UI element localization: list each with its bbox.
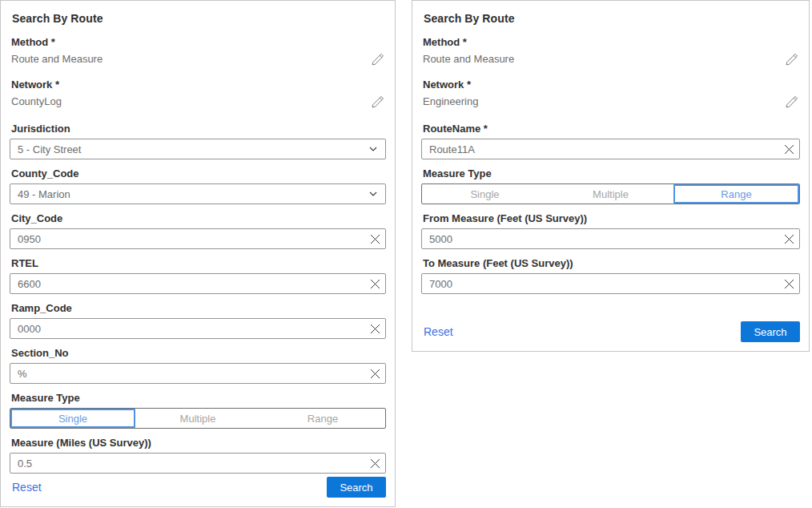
search-by-route-panel-left: Search By Route Method * Route and Measu… xyxy=(0,0,396,507)
to-measure-field: To Measure (Feet (US Survey)) xyxy=(421,257,800,294)
county-code-selected-value: 49 - Marion xyxy=(18,188,70,200)
section-no-input[interactable] xyxy=(10,364,364,383)
pencil-edit-icon xyxy=(371,95,385,109)
panel-title: Search By Route xyxy=(10,12,386,25)
measure-type-field: Measure Type Single Multiple Range xyxy=(10,392,386,429)
clear-to-measure-button[interactable] xyxy=(778,274,799,293)
clear-section-no-button[interactable] xyxy=(364,364,385,383)
measure-type-option-range[interactable]: Range xyxy=(673,184,799,204)
rtel-label: RTEL xyxy=(10,257,386,269)
jurisdiction-label: Jurisdiction xyxy=(10,123,386,135)
county-code-field: County_Code 49 - Marion xyxy=(10,167,386,204)
jurisdiction-field: Jurisdiction 5 - City Street xyxy=(10,123,386,159)
method-label: Method * xyxy=(421,36,800,48)
panel-footer: Reset Search xyxy=(421,321,800,342)
panel-title: Search By Route xyxy=(421,12,800,25)
clear-x-icon xyxy=(370,369,380,379)
to-measure-input[interactable] xyxy=(422,274,778,293)
clear-x-icon xyxy=(784,234,794,244)
search-button[interactable]: Search xyxy=(327,477,386,498)
route-name-field: RouteName * xyxy=(421,123,800,159)
panel-footer: Reset Search xyxy=(10,477,386,498)
edit-method-button[interactable] xyxy=(370,51,386,67)
reset-link[interactable]: Reset xyxy=(424,325,453,338)
clear-route-name-button[interactable] xyxy=(778,139,799,159)
network-label: Network * xyxy=(421,79,800,91)
measure-type-option-range[interactable]: Range xyxy=(260,409,385,428)
clear-from-measure-button[interactable] xyxy=(778,229,799,248)
method-field: Method * Route and Measure xyxy=(10,36,386,67)
edit-method-button[interactable] xyxy=(784,51,800,67)
network-field: Network * Engineering xyxy=(421,79,800,110)
section-no-label: Section_No xyxy=(10,347,386,359)
clear-ramp-code-button[interactable] xyxy=(364,319,385,338)
from-measure-field: From Measure (Feet (US Survey)) xyxy=(421,212,800,249)
network-field: Network * CountyLog xyxy=(10,79,386,110)
rtel-input[interactable] xyxy=(10,274,364,293)
measure-field: Measure (Miles (US Survey)) xyxy=(10,437,386,474)
clear-x-icon xyxy=(370,234,380,244)
city-code-input[interactable] xyxy=(10,229,364,248)
measure-type-option-single[interactable]: Single xyxy=(422,184,548,204)
ramp-code-field: Ramp_Code xyxy=(10,302,386,339)
city-code-field: City_Code xyxy=(10,212,386,249)
clear-x-icon xyxy=(784,144,794,155)
page: Search By Route Method * Route and Measu… xyxy=(0,0,812,507)
pencil-edit-icon xyxy=(785,52,799,67)
method-label: Method * xyxy=(10,36,386,48)
method-value: Route and Measure xyxy=(423,52,514,67)
ramp-code-input[interactable] xyxy=(10,319,364,338)
from-measure-label: From Measure (Feet (US Survey)) xyxy=(421,212,800,224)
measure-type-option-single[interactable]: Single xyxy=(10,409,135,428)
measure-input[interactable] xyxy=(10,454,364,473)
ramp-code-label: Ramp_Code xyxy=(10,302,386,314)
pencil-edit-icon xyxy=(371,52,385,67)
method-value: Route and Measure xyxy=(11,52,103,67)
measure-type-option-multiple[interactable]: Multiple xyxy=(135,409,260,428)
from-measure-input[interactable] xyxy=(422,229,778,248)
measure-type-label: Measure Type xyxy=(10,392,386,404)
clear-city-code-button[interactable] xyxy=(364,229,385,248)
clear-x-icon xyxy=(370,324,380,334)
route-name-input[interactable] xyxy=(422,139,778,159)
clear-rtel-button[interactable] xyxy=(364,274,385,293)
edit-network-button[interactable] xyxy=(370,94,386,110)
route-name-label: RouteName * xyxy=(421,123,800,135)
search-by-route-panel-right: Search By Route Method * Route and Measu… xyxy=(412,0,810,352)
county-code-select[interactable]: 49 - Marion xyxy=(10,183,386,204)
clear-x-icon xyxy=(784,279,794,289)
clear-x-icon xyxy=(370,279,380,289)
method-field: Method * Route and Measure xyxy=(421,36,800,67)
chevron-down-icon xyxy=(369,147,377,151)
measure-type-field: Measure Type Single Multiple Range xyxy=(421,167,800,204)
network-label: Network * xyxy=(10,79,386,91)
jurisdiction-select[interactable]: 5 - City Street xyxy=(10,139,386,159)
network-value: CountyLog xyxy=(11,95,62,109)
edit-network-button[interactable] xyxy=(784,94,800,110)
to-measure-label: To Measure (Feet (US Survey)) xyxy=(421,257,800,269)
chevron-down-icon xyxy=(369,192,377,196)
measure-type-segmented-control: Single Multiple Range xyxy=(421,183,800,204)
county-code-label: County_Code xyxy=(10,167,386,179)
measure-type-label: Measure Type xyxy=(421,167,800,179)
clear-x-icon xyxy=(370,458,380,469)
clear-measure-button[interactable] xyxy=(364,454,385,473)
pencil-edit-icon xyxy=(785,95,799,109)
measure-type-segmented-control: Single Multiple Range xyxy=(10,408,386,429)
section-no-field: Section_No xyxy=(10,347,386,384)
reset-link[interactable]: Reset xyxy=(12,481,42,494)
measure-label: Measure (Miles (US Survey)) xyxy=(10,437,386,449)
city-code-label: City_Code xyxy=(10,212,386,224)
network-value: Engineering xyxy=(423,95,478,109)
search-button[interactable]: Search xyxy=(741,321,800,342)
rtel-field: RTEL xyxy=(10,257,386,294)
measure-type-option-multiple[interactable]: Multiple xyxy=(548,184,673,204)
jurisdiction-selected-value: 5 - City Street xyxy=(18,143,81,155)
